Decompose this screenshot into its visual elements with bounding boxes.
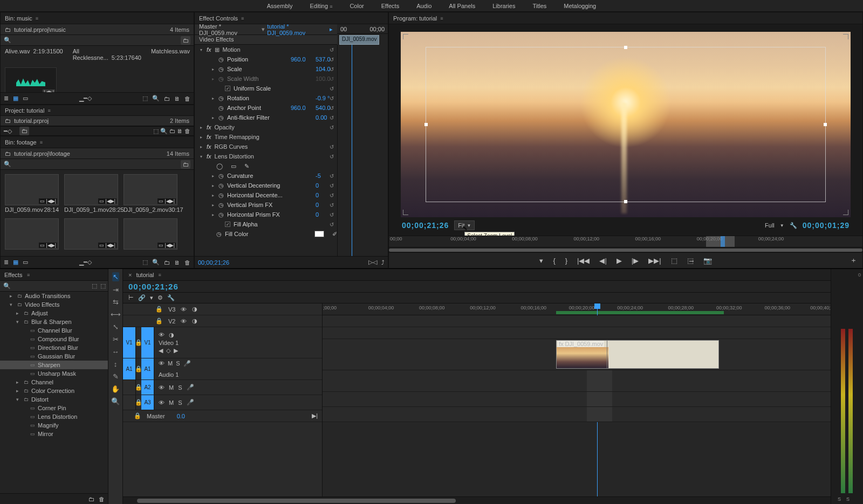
clip-thumb[interactable]: ▭ |◀▶| <box>124 218 177 251</box>
ec-curvature[interactable]: ▸◷Curvature-5↺ <box>195 171 337 181</box>
ws-editing[interactable]: Editing ≡ <box>310 3 332 9</box>
new-bin-icon[interactable]: 🗀 <box>164 259 170 266</box>
track-master-header[interactable]: 🔒Master0.0▶| <box>123 410 322 422</box>
stopwatch-icon[interactable]: ◷ <box>218 66 224 73</box>
eyedropper-icon[interactable]: ✐ <box>332 231 337 238</box>
effects-tree-item[interactable]: ▾🗀Distort <box>0 395 108 404</box>
play-icon[interactable]: ▶ <box>617 257 622 265</box>
effects-tree-item[interactable]: ▭Magnify <box>0 421 108 430</box>
effects-tree-item[interactable]: ▸🗀Channel <box>0 378 108 386</box>
new-item-icon[interactable]: 🗎 <box>174 95 180 102</box>
reset-icon[interactable]: ↺ <box>330 144 334 150</box>
bin-footage-header[interactable]: Bin: footage≡ <box>1 136 194 148</box>
effects-tree-item[interactable]: ▾🗀Video Effects <box>0 300 108 309</box>
ws-color[interactable]: Color <box>350 3 364 9</box>
ec-mask-tools[interactable]: ◯ ▭ ✎ <box>195 161 337 171</box>
goto-out-icon[interactable]: ▶▶| <box>648 257 661 265</box>
ec-export-icon[interactable]: ⤴ <box>381 259 385 266</box>
mark-in-icon[interactable]: { <box>553 257 555 265</box>
track-v1-header[interactable]: V1 🔒 V1 👁◑ Video 1 ◀◇▶ <box>123 327 322 358</box>
automate-icon[interactable]: ⬚ <box>142 259 148 266</box>
reset-icon[interactable]: ↺ <box>330 57 334 63</box>
ec-vdec[interactable]: ▸◷Vertical Decentering0↺ <box>195 181 337 190</box>
ec-opacity[interactable]: ▸fxOpacity↺ <box>195 122 337 132</box>
ec-timecode[interactable]: 00;00;21;26 <box>198 259 229 266</box>
snap-icon[interactable]: ⊢ <box>128 294 134 301</box>
zoom-level-select[interactable]: Fit ⬉ ▼ Select Zoom Level <box>454 220 475 230</box>
slide-tool-icon[interactable]: ↕ <box>114 360 118 368</box>
wrench-icon[interactable]: 🔧 <box>167 294 175 301</box>
ec-clip-link[interactable]: tutorial * DJI_0059.mov <box>267 24 327 36</box>
button-editor-icon[interactable]: ＋ <box>850 256 857 265</box>
clip-thumb[interactable]: ▭ |◀▶|DJI_0059_1.mov28:25 <box>64 174 118 213</box>
rate-stretch-tool-icon[interactable]: ⤡ <box>113 323 119 331</box>
find-icon[interactable]: 🔍 <box>152 95 160 102</box>
rect-mask-icon[interactable]: ▭ <box>231 163 236 170</box>
linked-sel-icon[interactable]: 🔗 <box>138 294 146 301</box>
icon-view-icon[interactable]: ▦ <box>13 259 18 266</box>
pen-tool-icon[interactable]: ✎ <box>113 372 119 381</box>
ws-assembly[interactable]: Assembly <box>267 3 293 9</box>
new-bin-icon[interactable]: 🗀 <box>164 95 170 102</box>
wrench-icon[interactable]: 🔧 <box>790 222 797 229</box>
track-v2-header[interactable]: 🔒V2👁◑ <box>123 315 322 327</box>
kf-prev-icon[interactable]: ◀ <box>159 347 163 354</box>
reset-icon[interactable]: ↺ <box>330 115 334 121</box>
stopwatch-icon[interactable]: ◷ <box>218 56 224 63</box>
a2-target[interactable]: A2 <box>141 380 154 395</box>
lane-a1[interactable] <box>323 370 831 392</box>
icon-view-icon[interactable]: ▦ <box>13 95 18 102</box>
stopwatch-icon[interactable]: ◷ <box>218 114 224 121</box>
reset-icon[interactable]: ↺ <box>330 105 334 111</box>
ellipse-mask-icon[interactable]: ◯ <box>216 163 223 170</box>
zoom-slider[interactable]: ▁━◇ <box>79 259 92 266</box>
ec-fillcolor[interactable]: ◷Fill Color ✐ <box>195 229 337 239</box>
icon-group[interactable]: ⬚ 🔍 🗀 🗎 🗑 <box>153 128 190 135</box>
work-area-bar[interactable] <box>556 311 724 314</box>
effects-search[interactable] <box>14 282 88 291</box>
export-frame-icon[interactable]: 📷 <box>703 257 712 265</box>
timeline-scrollbar[interactable] <box>123 496 831 504</box>
reset-icon[interactable]: ↺ <box>330 212 334 218</box>
effects-tree[interactable]: ▸🗀Audio Transitions▾🗀Video Effects▸🗀Adju… <box>0 292 108 493</box>
effects-tree-item[interactable]: ▭Mirror <box>0 430 108 438</box>
ws-libraries[interactable]: Libraries <box>492 3 515 9</box>
freeform-view-icon[interactable]: ▭ <box>23 95 28 102</box>
step-back-icon[interactable]: ◀| <box>599 257 606 265</box>
resolution-select[interactable]: Full <box>765 222 775 229</box>
freeform-view-icon[interactable]: ▭ <box>23 259 28 266</box>
stopwatch-icon[interactable]: ◷ <box>218 95 224 102</box>
effects-tree-item[interactable]: ▭Gaussian Blur <box>0 352 108 361</box>
effects-tree-item[interactable]: ▸🗀Audio Transitions <box>0 292 108 300</box>
new-bin-button[interactable]: 🗀 <box>181 36 190 45</box>
timeline-ruler[interactable]: ;00;00 00;00;04;00 00;00;08;00 00;00;12;… <box>323 303 831 315</box>
razor-tool-icon[interactable]: ✂ <box>113 335 119 343</box>
reset-icon[interactable]: ↺ <box>330 66 334 72</box>
a3-target[interactable]: A3 <box>141 395 154 410</box>
ec-hdec[interactable]: ▸◷Horizontal Decente...0↺ <box>195 190 337 200</box>
settings-icon[interactable]: ⚙ <box>157 294 163 301</box>
bin-music-search[interactable] <box>15 36 177 45</box>
new-bin-icon[interactable]: 🗀 <box>88 496 94 502</box>
lane-v1[interactable]: fx DJI_0059.mov <box>323 339 831 370</box>
trash-icon[interactable]: 🗑 <box>184 95 190 102</box>
effects-panel-header[interactable]: Effects ≡ <box>0 269 108 281</box>
ec-position[interactable]: ◷Position960.0537.0↺ <box>195 54 337 64</box>
effects-tree-item[interactable]: ▸🗀Adjust <box>0 309 108 317</box>
ec-playhead[interactable] <box>352 45 352 256</box>
program-monitor[interactable] <box>401 32 851 217</box>
clip-thumb[interactable]: ▭ |◀▶|DJI_0059.mov28:14 <box>5 174 59 213</box>
ws-metalogging[interactable]: Metalogging <box>564 3 596 9</box>
ec-loop-icon[interactable]: ▷◁ <box>368 259 377 266</box>
ec-timeremap[interactable]: ▸fxTime Remapping <box>195 132 337 142</box>
lane-a3[interactable] <box>323 407 831 422</box>
ec-motion[interactable]: ▾fx⊞Motion↺ <box>195 45 337 54</box>
zoom-tool-icon[interactable]: 🔍 <box>111 397 120 405</box>
mark-out-icon[interactable]: } <box>565 257 567 265</box>
ec-rotation[interactable]: ▸◷Rotation-0.9 °↺ <box>195 93 337 103</box>
ec-uniform[interactable]: ✓Uniform Scale↺ <box>195 84 337 93</box>
rolling-tool-icon[interactable]: ⟷ <box>111 310 121 319</box>
stopwatch-icon[interactable]: ◷ <box>218 105 224 112</box>
ec-hprism[interactable]: ▸◷Horizontal Prism FX0↺ <box>195 210 337 219</box>
program-header[interactable]: Program: tutorial≡ <box>389 12 862 24</box>
